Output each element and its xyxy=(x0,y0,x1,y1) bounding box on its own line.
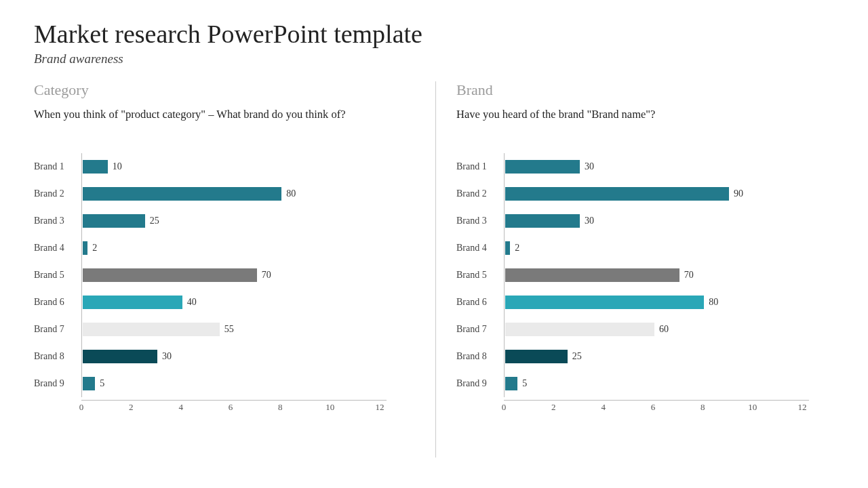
category-label: Brand 1 xyxy=(34,161,81,172)
chart-row: Brand 640 xyxy=(34,289,387,316)
chart-row: Brand 110 xyxy=(34,153,387,180)
plot-area: 5 xyxy=(81,370,387,397)
bar xyxy=(83,296,182,309)
plot-area: 30 xyxy=(81,343,387,370)
chart-category: Brand 110Brand 280Brand 325Brand 42Brand… xyxy=(34,153,387,413)
chart-row: Brand 325 xyxy=(34,207,387,235)
plot-area: 40 xyxy=(81,289,387,316)
category-label: Brand 1 xyxy=(456,161,504,172)
slide-title: Market research PowerPoint template xyxy=(34,20,837,49)
chart-row: Brand 755 xyxy=(34,316,387,343)
chart-row: Brand 290 xyxy=(456,180,809,207)
value-label: 70 xyxy=(262,270,271,281)
category-label: Brand 9 xyxy=(456,378,504,389)
value-label: 80 xyxy=(709,297,718,308)
divider xyxy=(435,81,436,458)
x-tick: 2 xyxy=(551,402,556,413)
plot-area: 70 xyxy=(504,262,809,289)
value-label: 2 xyxy=(92,243,97,253)
category-label: Brand 4 xyxy=(456,243,504,253)
slide: Market research PowerPoint template Bran… xyxy=(0,0,868,488)
category-label: Brand 7 xyxy=(456,324,504,335)
bar xyxy=(505,350,568,363)
category-label: Brand 7 xyxy=(34,324,81,335)
x-tick: 4 xyxy=(601,402,606,413)
value-label: 5 xyxy=(522,378,527,389)
chart-row: Brand 680 xyxy=(456,289,809,316)
chart-row: Brand 825 xyxy=(456,343,809,370)
plot-area: 2 xyxy=(81,235,387,262)
x-tick: 12 xyxy=(798,402,807,413)
category-label: Brand 3 xyxy=(34,216,81,226)
bar xyxy=(505,187,729,201)
bar xyxy=(83,377,95,390)
category-label: Brand 6 xyxy=(34,297,81,308)
category-label: Brand 9 xyxy=(34,378,81,389)
chart-row: Brand 95 xyxy=(34,370,387,397)
bar xyxy=(83,350,157,363)
bar xyxy=(505,296,704,309)
x-tick: 8 xyxy=(701,402,705,413)
x-tick: 6 xyxy=(651,402,656,413)
panel-question-right: Have you heard of the brand "Brand name"… xyxy=(456,107,837,137)
plot-area: 90 xyxy=(504,180,809,207)
x-tick: 4 xyxy=(178,402,183,413)
bar xyxy=(505,377,517,390)
chart-brand: Brand 130Brand 290Brand 330Brand 42Brand… xyxy=(456,153,809,413)
category-label: Brand 2 xyxy=(34,188,81,199)
value-label: 80 xyxy=(286,188,296,199)
chart-row: Brand 570 xyxy=(34,262,387,289)
bar xyxy=(505,214,580,228)
value-label: 90 xyxy=(734,188,743,199)
plot-area: 70 xyxy=(81,262,387,289)
category-label: Brand 3 xyxy=(456,216,504,226)
plot-area: 30 xyxy=(504,207,809,235)
category-label: Brand 4 xyxy=(34,243,81,253)
panel-category: Category When you think of "product cate… xyxy=(34,81,429,458)
value-label: 30 xyxy=(585,161,594,172)
category-label: Brand 5 xyxy=(34,270,81,281)
x-tick: 2 xyxy=(129,402,134,413)
category-label: Brand 2 xyxy=(456,188,504,199)
chart-row: Brand 330 xyxy=(456,207,809,235)
category-label: Brand 5 xyxy=(456,270,504,281)
plot-area: 30 xyxy=(504,153,809,180)
bar xyxy=(505,160,580,174)
plot-area: 55 xyxy=(81,316,387,343)
plot-area: 5 xyxy=(504,370,809,397)
bar xyxy=(83,268,257,282)
x-tick: 6 xyxy=(229,402,233,413)
x-tick: 10 xyxy=(326,402,334,413)
bar xyxy=(83,160,108,174)
panel-brand: Brand Have you heard of the brand "Brand… xyxy=(443,81,837,458)
chart-row: Brand 570 xyxy=(456,262,809,289)
chart-row: Brand 830 xyxy=(34,343,387,370)
value-label: 25 xyxy=(150,216,159,226)
bar xyxy=(83,323,220,336)
value-label: 2 xyxy=(515,243,519,253)
bar xyxy=(83,214,145,228)
bar xyxy=(505,268,679,282)
value-label: 55 xyxy=(224,324,234,335)
panel-title-right: Brand xyxy=(456,81,837,99)
bar xyxy=(83,187,281,201)
x-tick: 0 xyxy=(502,402,507,413)
bar xyxy=(505,241,510,255)
category-label: Brand 8 xyxy=(456,351,504,362)
value-label: 70 xyxy=(684,270,694,281)
panel-question-left: When you think of "product category" – W… xyxy=(34,107,415,137)
chart-row: Brand 280 xyxy=(34,180,387,207)
x-tick: 12 xyxy=(376,402,384,413)
x-axis: 024681012 xyxy=(34,400,387,413)
category-label: Brand 8 xyxy=(34,351,81,362)
chart-row: Brand 760 xyxy=(456,316,809,343)
panel-title-left: Category xyxy=(34,81,415,99)
slide-subtitle: Brand awareness xyxy=(34,52,837,66)
plot-area: 60 xyxy=(504,316,809,343)
plot-area: 80 xyxy=(504,289,809,316)
plot-area: 25 xyxy=(504,343,809,370)
x-tick: 10 xyxy=(748,402,757,413)
panels: Category When you think of "product cate… xyxy=(34,81,837,458)
x-tick: 0 xyxy=(79,402,84,413)
chart-row: Brand 42 xyxy=(456,235,809,262)
